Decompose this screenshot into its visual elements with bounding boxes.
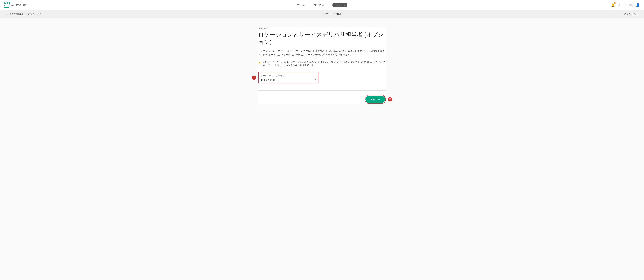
annotation-badge-1: ①: [252, 76, 256, 80]
breadcrumb-back[interactable]: ← タグの割り当て (オプション): [6, 13, 41, 16]
page-description: ロケーションは、デバイスのサポートやサービスを自動化するのに役立ちます。追加され…: [258, 49, 386, 57]
top-navigation: HPE GreenLake demo GLP ▾ ホーム サービス デバイス 🔔…: [0, 0, 644, 10]
apps-icon[interactable]: ⊞: [618, 3, 620, 7]
next-button-label: Next: [370, 98, 376, 101]
service-delivery-dropdown-group[interactable]: サービスデリバリ担当者 Taiga Kanai ∨: [258, 72, 318, 83]
chevron-down-icon: ▾: [26, 4, 27, 6]
page-title: ロケーションとサービスデリバリ担当者 (オプション): [258, 31, 386, 46]
demo-badge[interactable]: demo GLP ▾: [16, 4, 27, 6]
dropdown-label: サービスデリバリ担当者: [261, 74, 316, 77]
form-card: Step 4 of 5 ロケーションとサービスデリバリ担当者 (オプション) ロ…: [258, 27, 386, 104]
next-button-wrapper: Next → ②: [365, 95, 386, 104]
dropdown-value: Taiga Kanai: [261, 78, 274, 81]
next-button[interactable]: Next →: [366, 96, 385, 103]
help-icon[interactable]: ?: [624, 3, 626, 7]
nav-center: ホーム サービス デバイス: [32, 3, 611, 7]
warning-icon: ▲: [258, 60, 261, 65]
chevron-down-icon: ∨: [314, 78, 316, 81]
footer-area: Next → ②: [258, 91, 386, 104]
annotation-badge-2: ②: [388, 97, 392, 102]
back-label: ← タグの割り当て (オプション): [6, 13, 41, 16]
next-button-outline: Next →: [365, 95, 386, 104]
hpe-logo: HPE GreenLake: [4, 2, 14, 8]
book-icon[interactable]: 📖: [629, 3, 633, 7]
warning-text: このワークスペースには、ロケーションが作成されていません。次のステップに進んでデ…: [263, 60, 386, 67]
service-delivery-section: ① サービスデリバリ担当者 Taiga Kanai ∨: [258, 72, 386, 83]
breadcrumb-bar: ← タグの割り当て (オプション) デバイスの追加 キャンセル ×: [0, 10, 644, 19]
main-content: Step 4 of 5 ロケーションとサービスデリバリ担当者 (オプション) ロ…: [0, 19, 644, 280]
warning-box: ▲ このワークスペースには、ロケーションが作成されていません。次のステップに進ん…: [258, 60, 386, 67]
nav-item-home[interactable]: ホーム: [295, 3, 306, 7]
dropdown-select[interactable]: Taiga Kanai ∨: [261, 78, 316, 81]
arrow-right-icon: →: [378, 98, 380, 101]
cancel-button[interactable]: キャンセル ×: [624, 13, 638, 16]
breadcrumb-title: デバイスの追加: [323, 13, 342, 16]
user-icon[interactable]: 👤: [636, 3, 640, 7]
bell-icon[interactable]: 🔔: [611, 3, 615, 7]
nav-item-device[interactable]: デバイス: [332, 3, 347, 7]
nav-item-service[interactable]: サービス: [312, 3, 325, 7]
logo-area: HPE GreenLake demo GLP ▾: [4, 2, 27, 8]
nav-right: 🔔 ⊞ ? 📖 👤: [611, 3, 640, 7]
hpe-text: HPE: [4, 2, 14, 5]
step-label: Step 4 of 5: [258, 27, 386, 30]
hpe-bar: [4, 7, 8, 8]
notification-badge: [614, 2, 616, 4]
greenlake-text: GreenLake: [4, 5, 14, 7]
